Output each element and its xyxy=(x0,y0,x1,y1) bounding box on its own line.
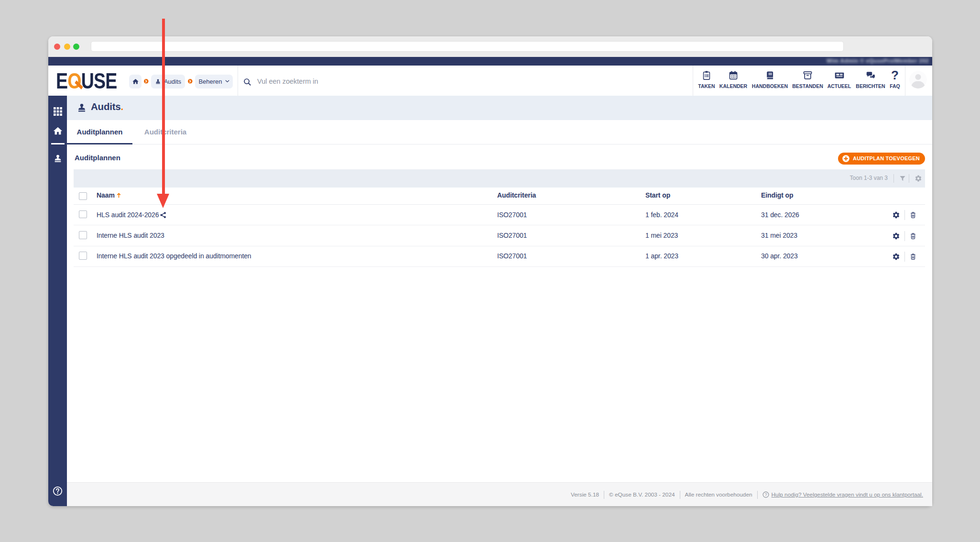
svg-text:?: ? xyxy=(764,492,767,497)
